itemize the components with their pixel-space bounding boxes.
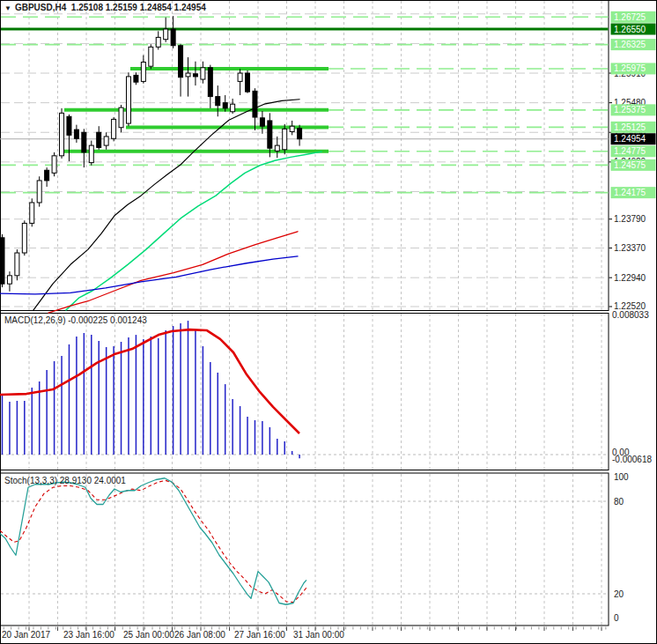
candle-body — [37, 181, 41, 203]
price-level-label: 1.25375 — [614, 105, 646, 115]
price-tick-label: 1.23790 — [614, 214, 646, 224]
stoch-axis-label: 20 — [614, 589, 624, 599]
candle-body — [186, 73, 190, 77]
candle-body — [104, 137, 108, 145]
candle-body — [275, 145, 279, 151]
symbol-dropdown-icon[interactable]: ▼ — [4, 4, 11, 12]
panel-border — [1, 473, 609, 625]
stoch-axis-label: 100 — [614, 472, 629, 482]
macd-indicator-label: MACD(12,26,9) -0.000225 0.001243 — [4, 315, 147, 325]
chart-window: 1.259101.254801.250501.246201.237901.233… — [0, 0, 657, 644]
candle-body — [171, 29, 175, 46]
candle-body — [179, 46, 183, 78]
time-axis-label: 31 Jan 00:00 — [293, 630, 344, 640]
candle-body — [238, 73, 242, 81]
candle-body — [268, 121, 272, 148]
stoch-indicator-label: Stoch(13,3,3) 28.9130 24.0001 — [4, 476, 126, 485]
symbol-title[interactable]: ▼GBPUSD,H4 1.25108 1.25159 1.24854 1.249… — [4, 3, 206, 12]
price-level-label: 1.24575 — [614, 160, 646, 170]
candle-body — [141, 63, 145, 82]
candle-body — [283, 129, 287, 149]
price-axis[interactable]: 1.259101.254801.250501.246201.237901.233… — [609, 11, 656, 312]
macd-axis: 0.0080330.00-0.000618 — [612, 310, 652, 464]
candle-body — [231, 104, 235, 112]
candle-body — [7, 276, 11, 284]
candle-body — [223, 103, 227, 108]
price-level-label: 1.25125 — [614, 122, 646, 132]
candle-body — [22, 223, 26, 253]
stoch-axis: 10080200 — [614, 472, 629, 623]
price-level-label: 1.24954 — [614, 134, 646, 144]
price-level-label: 1.26325 — [614, 40, 646, 49]
candle-body — [119, 107, 123, 128]
time-axis-label: 27 Jan 16:00 — [234, 630, 285, 640]
candle-body — [97, 132, 101, 147]
candle-body — [52, 156, 56, 174]
candle-body — [89, 145, 93, 163]
price-level-label: 1.26725 — [614, 12, 646, 22]
candle-body — [193, 74, 197, 77]
price-tick-label: 1.23370 — [614, 243, 646, 253]
svg-text:0.008033: 0.008033 — [612, 310, 649, 320]
candle-body — [126, 77, 130, 123]
stoch-axis-label: 80 — [614, 497, 624, 507]
svg-text:-0.000618: -0.000618 — [612, 455, 652, 464]
price-level-label: 1.26550 — [614, 25, 646, 34]
candle-body — [82, 132, 86, 152]
candle-body — [149, 47, 153, 66]
price-level-label: 1.24775 — [614, 146, 646, 156]
candle-body — [201, 68, 205, 79]
symbol-label: GBPUSD,H4 — [15, 3, 66, 12]
candle-body — [246, 73, 250, 92]
candle-body — [216, 97, 220, 106]
candle-body — [67, 116, 71, 135]
candle-body — [134, 75, 138, 82]
candle-body — [30, 203, 34, 223]
time-axis[interactable]: 20 Jan 201723 Jan 16:0025 Jan 00:0026 Ja… — [2, 627, 606, 640]
candle-body — [253, 91, 257, 117]
candle-body — [260, 118, 264, 126]
time-axis-label: 25 Jan 00:00 — [123, 630, 174, 640]
candle-body — [298, 129, 302, 139]
price-level-label: 1.24175 — [614, 188, 646, 197]
candle-body — [112, 119, 116, 138]
candle-body — [156, 37, 160, 47]
candle-body — [45, 170, 49, 181]
candle-body — [290, 126, 294, 131]
candle-body — [74, 130, 78, 138]
candle-body — [164, 29, 168, 40]
candle-body — [15, 253, 19, 276]
time-axis-label: 23 Jan 16:00 — [63, 630, 114, 640]
stoch-axis-label: 0 — [614, 613, 619, 623]
candle-body — [0, 238, 4, 284]
time-axis-label: 20 Jan 2017 — [2, 630, 50, 640]
time-axis-label: 26 Jan 08:00 — [174, 630, 225, 640]
price-tick-label: 1.22940 — [614, 273, 646, 283]
candle-body — [208, 68, 212, 97]
price-level-label: 1.25975 — [614, 63, 646, 73]
ohlc-values: 1.25108 1.25159 1.24854 1.24954 — [71, 3, 206, 12]
candle-body — [60, 113, 64, 155]
